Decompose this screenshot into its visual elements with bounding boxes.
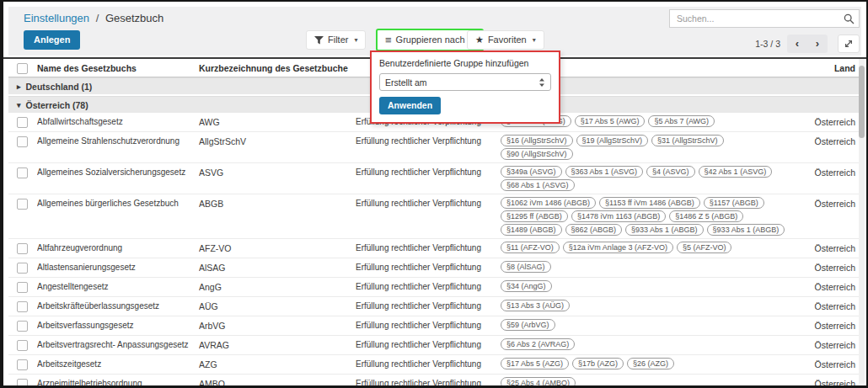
row-checkbox[interactable] — [17, 117, 28, 128]
row-checkbox[interactable] — [17, 379, 28, 385]
row-info-cell: §11 (AFZ-VO)§12a iVm Anlage 3 (AFZ-VO)§5… — [501, 242, 803, 253]
row-name-cell: Abfallwirtschaftsgesetz — [37, 115, 199, 129]
paragraph-badge: §19 (AllgStrSchV) — [576, 135, 649, 146]
row-checkbox[interactable] — [17, 340, 28, 351]
row-code-cell: AlSAG — [199, 261, 356, 274]
chevron-down-icon: ▾ — [533, 37, 536, 44]
table-row[interactable]: Allgemeines bürgerliches GesetzbuchABGBE… — [8, 194, 859, 239]
row-info-cell: §17 Abs 5 (AZG)§17b (AZG)§26 (AZG) — [501, 358, 803, 369]
row-code-cell: ASVG — [199, 166, 356, 179]
row-name-cell: Arzneimittelbetriebsordnung — [37, 377, 199, 385]
row-code-cell: AÜG — [199, 300, 356, 313]
row-name-cell: Arbeitszeitgesetz — [37, 358, 199, 371]
vertical-scrollbar[interactable] — [859, 59, 865, 384]
table-row[interactable]: AngestelltengesetzAngGErfüllung rechtlic… — [8, 278, 859, 297]
breadcrumb: Einstellungen / Gesetzbuch — [24, 12, 163, 24]
row-code-cell: ArbVG — [199, 319, 356, 332]
row-purpose-cell: Erfüllung rechtlicher Verpflichtung — [356, 261, 501, 274]
row-code-cell: AVRAG — [199, 338, 356, 352]
row-info-cell: §34 (AngG) — [501, 280, 803, 292]
row-checkbox[interactable] — [17, 263, 28, 274]
menu-icon: ≡ — [385, 35, 392, 45]
paragraph-badge: §8 (AlSAG) — [501, 261, 551, 273]
table-row[interactable]: Arbeitsvertragsrecht- AnpassungsgesetzAV… — [8, 336, 859, 355]
chevron-down-icon: ▾ — [354, 37, 357, 44]
row-checkbox[interactable] — [17, 282, 28, 293]
row-name-cell: Arbeitsvertragsrecht- Anpassungsgesetz — [37, 338, 199, 352]
app-window: Einstellungen / Gesetzbuch Anlegen Filte… — [0, 0, 868, 388]
apply-button[interactable]: Anwenden — [379, 97, 441, 114]
favorites-button[interactable]: ★ Favoriten ▾ — [467, 30, 544, 50]
table-row[interactable]: ArbeitszeitgesetzAZGErfüllung rechtliche… — [8, 355, 859, 375]
table-row[interactable]: AltlastensanierungsgesetzAlSAGErfüllung … — [8, 258, 859, 278]
row-checkbox[interactable] — [17, 136, 28, 147]
row-name-cell: Allgemeine Strahlenschutzverordnung — [37, 135, 199, 148]
table-body: ▸Deutschland (1)▾Österreich (78)Abfallwi… — [8, 77, 859, 385]
group-expanded-icon: ▾ — [17, 101, 21, 109]
row-checkbox[interactable] — [17, 243, 28, 254]
paragraph-badge: §1062 iVm 1486 (ABGB) — [501, 197, 596, 209]
scrollbar-thumb[interactable] — [859, 66, 865, 138]
row-info-cell: §25 Abs 4 (AMBO) — [501, 377, 803, 385]
row-land-cell: Österreich — [803, 261, 859, 274]
row-info-cell: §6 Abs 2 (AVRAG) — [501, 338, 803, 350]
row-land-cell: Österreich — [803, 166, 859, 179]
table-row[interactable]: Allgemeine StrahlenschutzverordnungAllgS… — [8, 132, 859, 163]
paragraph-badge: §68 Abs 1 (ASVG) — [501, 179, 575, 191]
create-button[interactable]: Anlegen — [24, 30, 80, 50]
row-land-cell: Österreich — [803, 358, 859, 371]
row-name-cell: Allgemeines bürgerliches Gesetzbuch — [37, 197, 199, 210]
row-checkbox[interactable] — [17, 199, 28, 210]
search-box — [669, 9, 860, 28]
paragraph-badge: §1157 (ABGB) — [704, 197, 764, 209]
expand-view-button[interactable] — [838, 35, 860, 53]
row-info-cell: §1062 iVm 1486 (ABGB)§1153 ff iVm 1486 (… — [501, 197, 803, 236]
group-field-select[interactable]: Erstellt am — [379, 73, 551, 91]
row-purpose-cell: Erfüllung rechtlicher Verpflichtung — [356, 242, 501, 255]
star-icon: ★ — [475, 35, 484, 45]
table-row[interactable]: ArbeitsverfassungsgesetzArbVGErfüllung r… — [8, 316, 859, 336]
paragraph-badge: §5 Abs 7 (AWG) — [648, 115, 715, 127]
row-checkbox[interactable] — [17, 359, 28, 370]
paragraph-badge: §1486 Z 5 (ABGB) — [669, 210, 743, 222]
expand-icon — [844, 39, 854, 49]
paragraph-badge: §1295 ff (ABGB) — [501, 210, 568, 222]
paragraph-badge: §16 (AllgStrSchV) — [501, 135, 573, 146]
column-header-name[interactable]: Name des Gesetzbuchs — [37, 63, 199, 73]
row-land-cell: Österreich — [803, 338, 859, 352]
paragraph-badge: §5 (AFZ-VO) — [677, 242, 732, 253]
search-input[interactable] — [669, 9, 860, 28]
row-land-cell: Österreich — [803, 300, 859, 313]
pagination-next-button[interactable]: › — [807, 35, 828, 53]
search-icon[interactable] — [844, 13, 855, 28]
paragraph-badge: §933 Abs 1 (ABGB) — [707, 224, 785, 236]
row-purpose-cell: Erfüllung rechtlicher Verpflichtung — [356, 377, 501, 385]
paragraph-badge: §12a iVm Anlage 3 (AFZ-VO) — [563, 242, 673, 253]
paragraph-badge: §933 Abs 1 (ABGB) — [625, 224, 704, 236]
row-purpose-cell: Erfüllung rechtlicher Verpflichtung — [356, 338, 501, 352]
table-row[interactable]: AltfahrzeugverordnungAFZ-VOErfüllung rec… — [8, 239, 859, 258]
table-row[interactable]: ArzneimittelbetriebsordnungAMBOErfüllung… — [8, 375, 859, 385]
row-land-cell: Österreich — [803, 280, 859, 294]
row-checkbox[interactable] — [17, 321, 28, 332]
row-name-cell: Allgemeines Sozialversicherungsgesetz — [37, 166, 199, 179]
breadcrumb-separator: / — [96, 12, 99, 24]
row-code-cell: AllgStrSchV — [199, 135, 356, 148]
chevron-right-icon: › — [816, 37, 819, 50]
pagination-prev-button[interactable]: ‹ — [787, 35, 807, 53]
row-code-cell: AZG — [199, 358, 356, 371]
paragraph-badge: §34 (AngG) — [501, 280, 552, 292]
row-name-cell: Arbeitsverfassungsgesetz — [37, 319, 199, 332]
paragraph-badge: §59 (ArbVG) — [501, 319, 555, 331]
column-header-code[interactable]: Kurzbezeichnung des Gesetzbuche — [199, 63, 356, 73]
row-purpose-cell: Erfüllung rechtlicher Verpflichtung — [356, 135, 501, 148]
table-row[interactable]: ArbeitskräfteüberlassungsgesetzAÜGErfüll… — [8, 297, 859, 316]
row-checkbox[interactable] — [17, 167, 28, 178]
column-header-land[interactable]: Land — [803, 63, 859, 73]
filter-button[interactable]: Filter ▾ — [306, 30, 366, 50]
breadcrumb-link-einstellungen[interactable]: Einstellungen — [24, 12, 89, 24]
table-row[interactable]: Allgemeines SozialversicherungsgesetzASV… — [8, 163, 859, 194]
select-all-checkbox[interactable] — [17, 63, 28, 74]
row-checkbox[interactable] — [17, 301, 28, 312]
row-purpose-cell: Erfüllung rechtlicher Verpflichtung — [356, 319, 501, 332]
